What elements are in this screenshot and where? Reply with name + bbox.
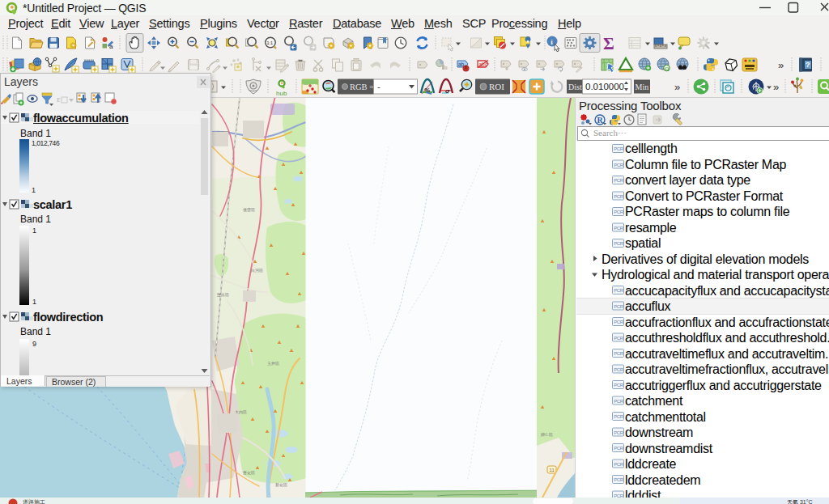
svg-text:»: » [778,59,784,71]
svg-text:RGB =: RGB = [350,83,374,91]
svg-text:»: » [674,81,680,93]
svg-text:善化區: 善化區 [243,470,255,476]
svg-text:後壁區: 後壁區 [243,207,255,212]
svg-text:?: ? [806,61,810,69]
svg-text:天氣 31°C: 天氣 31°C [787,499,813,504]
svg-text:新化區: 新化區 [275,482,287,488]
svg-text:hub: hub [276,90,287,97]
svg-text:ROI: ROI [489,82,504,91]
svg-text:0.010000: 0.010000 [585,82,624,91]
svg-text:歸仁區: 歸仁區 [541,432,553,437]
svg-text:Search···: Search··· [593,128,627,138]
svg-text:11: 11 [550,468,555,472]
svg-text:玉井區: 玉井區 [267,361,279,366]
svg-text:»: » [773,81,779,93]
svg-text:1:1: 1:1 [266,40,273,45]
svg-text:Σ: Σ [603,34,614,53]
svg-text:ab: ab [458,61,465,67]
svg-text:道路施工: 道路施工 [23,499,45,504]
svg-text:-: - [377,82,380,91]
svg-text:Min: Min [636,83,649,91]
svg-text:%: % [424,87,430,94]
svg-text:鹽水區: 鹽水區 [217,292,229,297]
svg-text:Dist: Dist [568,83,582,91]
svg-text:ε: ε [57,94,61,104]
svg-text:Q: Q [665,66,669,72]
svg-text:σ: σ [445,87,450,95]
svg-text:白河區: 白河區 [251,268,263,273]
svg-text:a: a [109,43,113,50]
svg-text:R: R [597,116,604,125]
